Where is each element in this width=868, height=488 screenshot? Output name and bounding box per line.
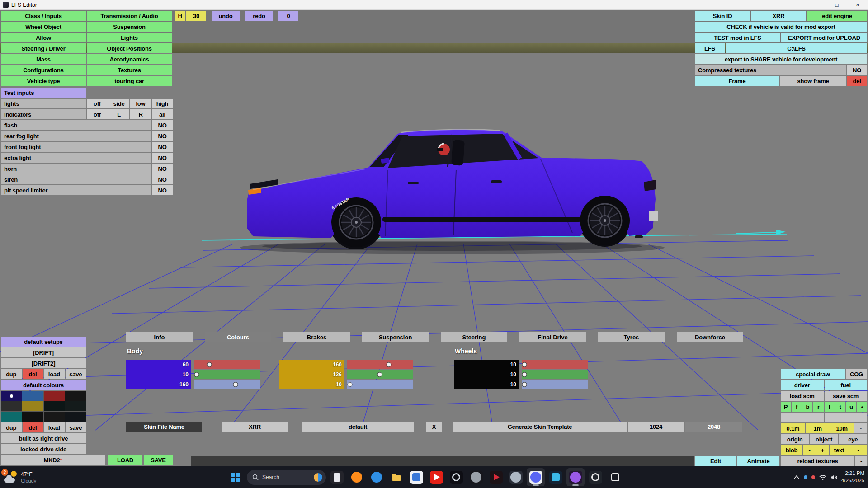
reload-dash-button[interactable]: -: [855, 456, 867, 466]
indicators-left-button[interactable]: L: [108, 109, 129, 119]
skin-size-2048-button[interactable]: 2048: [685, 422, 742, 432]
frame-button[interactable]: Frame: [695, 76, 779, 86]
palette-swatch[interactable]: [1, 412, 22, 422]
taskbar-app-discord[interactable]: [527, 468, 545, 486]
built-as-right-drive-button[interactable]: built as right drive: [1, 433, 86, 443]
scale-01m-button[interactable]: 0.1m: [781, 423, 805, 433]
menu-mass[interactable]: Mass: [1, 54, 86, 64]
object-button[interactable]: object: [810, 434, 838, 444]
menu-class-inputs[interactable]: Class / Inputs: [1, 11, 86, 21]
palette-swatch[interactable]: [65, 412, 86, 422]
fuel-button[interactable]: fuel: [825, 380, 868, 390]
menu-aerodynamics[interactable]: Aerodynamics: [87, 54, 172, 64]
setup-item-drift[interactable]: [DRIFT]: [1, 347, 86, 357]
volume-icon[interactable]: [830, 474, 837, 480]
wheels-colour-swatch[interactable]: 10 10 10: [454, 360, 519, 389]
flag-button-6[interactable]: t: [835, 402, 845, 412]
green-slider[interactable]: [522, 370, 588, 379]
taskbar-app-alienware[interactable]: [447, 468, 465, 486]
taskbar-app-utility-purple[interactable]: [566, 468, 585, 486]
taskbar-app-edge[interactable]: [368, 468, 386, 486]
slider-knob[interactable]: [194, 372, 199, 377]
undo-button[interactable]: undo: [212, 11, 240, 21]
start-button[interactable]: [226, 468, 245, 486]
special-draw-button[interactable]: special draw: [781, 369, 845, 379]
indicators-off-button[interactable]: off: [87, 109, 108, 119]
flag-button-2[interactable]: f: [792, 402, 802, 412]
menu-transmission-audio[interactable]: Transmission / Audio: [87, 11, 172, 21]
blue-slider[interactable]: [347, 380, 413, 389]
show-frame-button[interactable]: show frame: [780, 76, 846, 86]
flag-button-1[interactable]: P: [781, 402, 791, 412]
indicators-all-button[interactable]: all: [152, 109, 173, 119]
palette-swatch[interactable]: [22, 412, 43, 422]
blob-dash-button[interactable]: -: [849, 445, 867, 455]
tab-suspension[interactable]: Suspension: [362, 332, 429, 342]
menu-allow[interactable]: Allow: [1, 33, 86, 42]
eye-button[interactable]: eye: [839, 434, 867, 444]
toggle-value-button[interactable]: NO: [152, 174, 173, 184]
origin-button[interactable]: origin: [781, 434, 809, 444]
slider-knob[interactable]: [347, 382, 352, 387]
indicators-right-button[interactable]: R: [130, 109, 151, 119]
cog-button[interactable]: COG: [846, 369, 867, 379]
scale-dash-button[interactable]: -: [854, 423, 867, 433]
check-valid-button[interactable]: CHECK if vehicle is valid for mod export: [695, 22, 867, 32]
tab-colours[interactable]: Colours: [205, 332, 271, 342]
skin-size-1024-button[interactable]: 1024: [628, 422, 684, 432]
tab-steering[interactable]: Steering: [441, 332, 507, 342]
palette-swatch[interactable]: [22, 391, 43, 401]
colour-del-button[interactable]: del: [23, 422, 43, 432]
setup-save-button[interactable]: save: [66, 369, 86, 379]
slider-knob[interactable]: [233, 382, 238, 387]
compressed-textures-value[interactable]: NO: [847, 65, 867, 75]
menu-touring-car[interactable]: touring car: [87, 76, 172, 86]
red-slider[interactable]: [522, 360, 588, 369]
menu-object-positions[interactable]: Object Positions: [87, 43, 172, 53]
search-input[interactable]: Search: [247, 470, 326, 485]
toggle-value-button[interactable]: NO: [152, 131, 173, 141]
reload-textures-button[interactable]: reload textures: [781, 456, 854, 466]
taskbar-app-store[interactable]: [407, 468, 425, 486]
tab-downforce[interactable]: Downforce: [677, 332, 743, 342]
taskbar-app-firefox[interactable]: [348, 468, 366, 486]
palette-swatch[interactable]: [65, 391, 86, 401]
taskbar-app-msi-center[interactable]: [487, 468, 505, 486]
lights-low-button[interactable]: low: [130, 99, 151, 108]
blue-slider[interactable]: [194, 380, 260, 389]
skin-vehicle-button[interactable]: XRR: [222, 422, 288, 432]
save-scm-button[interactable]: save scm: [825, 391, 868, 401]
tab-brakes[interactable]: Brakes: [283, 332, 350, 342]
blob-button[interactable]: blob: [781, 445, 802, 455]
flag-button-5[interactable]: l: [825, 402, 835, 412]
menu-steering-driver[interactable]: Steering / Driver: [1, 43, 86, 53]
tray-app-icon-blue[interactable]: [804, 475, 807, 479]
skin-id-button[interactable]: Skin ID: [695, 11, 750, 21]
skin-id-value-button[interactable]: XRR: [751, 11, 806, 21]
lfs-path-button[interactable]: C:\LFS: [726, 43, 867, 53]
palette-swatch[interactable]: [44, 401, 65, 411]
driver-button[interactable]: driver: [781, 380, 824, 390]
dash-button-1[interactable]: -: [781, 413, 824, 422]
flag-button-8[interactable]: •: [857, 402, 867, 412]
edit-engine-button[interactable]: edit engine: [807, 11, 867, 21]
scale-1m-button[interactable]: 1m: [806, 423, 830, 433]
taskbar-app-utility-blue[interactable]: [547, 468, 565, 486]
locked-drive-side-button[interactable]: locked drive side: [1, 444, 86, 454]
redo-button[interactable]: redo: [245, 11, 273, 21]
green-slider[interactable]: [347, 370, 413, 379]
share-export-button[interactable]: export to SHARE vehicle for development: [695, 54, 867, 64]
export-mod-button[interactable]: EXPORT mod for UPLOAD: [781, 33, 867, 42]
slider-knob[interactable]: [377, 372, 382, 377]
slider-knob[interactable]: [522, 372, 527, 377]
frame-del-button[interactable]: del: [847, 76, 867, 86]
colour-load-button[interactable]: load: [44, 422, 65, 432]
flag-button-3[interactable]: b: [802, 402, 812, 412]
slider-knob[interactable]: [522, 382, 527, 387]
slider-knob[interactable]: [207, 362, 212, 367]
flag-button-7[interactable]: u: [846, 402, 856, 412]
setup-load-button[interactable]: load: [44, 369, 65, 379]
palette-swatch[interactable]: [1, 401, 22, 411]
close-button[interactable]: ×: [847, 0, 868, 9]
text-button[interactable]: text: [830, 445, 849, 455]
